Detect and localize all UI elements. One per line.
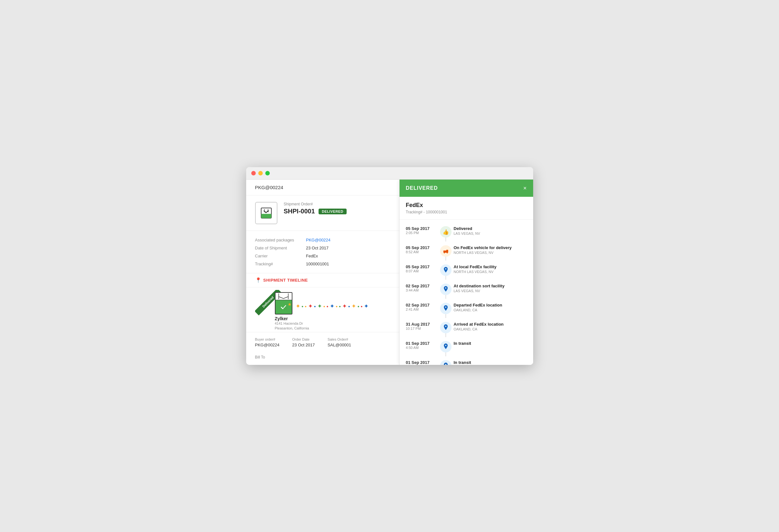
tl-content: Delivered LAS VEGAS, NV	[454, 226, 527, 235]
pkg-id: PKG@00224	[255, 185, 284, 190]
panel-carrier-info: FedEx Tracking# - 1000001001	[400, 197, 533, 220]
tl-content: In transit	[454, 360, 527, 365]
buyer-order-value: PKG@00224	[255, 343, 280, 347]
tl-time: 10:17 PM	[406, 327, 438, 331]
tl-event: At destination sort facility	[454, 284, 527, 288]
tl-location: LAS VEGAS, NV	[454, 232, 527, 235]
tl-time: 2:41 AM	[406, 307, 438, 311]
svg-point-6	[444, 253, 445, 253]
tl-location: OAKLAND, CA	[454, 308, 527, 312]
tl-icon	[440, 245, 452, 257]
tl-icon	[440, 303, 452, 314]
tl-event: Departed FedEx location	[454, 303, 527, 307]
field-value-packages[interactable]: PKG@00224	[306, 238, 331, 242]
tl-icon	[440, 284, 452, 295]
tl-icon-col	[438, 322, 454, 333]
tl-icon-col	[438, 245, 454, 257]
order-col-buyer: Buyer order# PKG@00224	[255, 338, 280, 347]
tl-content: On FedEx vehicle for delivery NORTH LAS …	[454, 245, 527, 254]
close-dot[interactable]	[251, 171, 256, 175]
tl-date-col: 05 Sep 2017 2:05 PM	[406, 226, 438, 235]
tl-time: 4:50 AM	[406, 346, 438, 350]
tl-event: In transit	[454, 341, 527, 346]
timeline-list: 05 Sep 2017 2:05 PM 👍 Delivered LAS VEGA…	[400, 220, 533, 365]
address-line1: 4141 Hacienda Dr	[275, 321, 309, 326]
tl-icon	[440, 341, 452, 352]
buyer-order-label: Buyer order#	[255, 338, 280, 341]
tl-time: 2:05 PM	[406, 231, 438, 235]
shipment-icon	[255, 202, 278, 224]
tl-line	[445, 295, 446, 299]
timeline-item: 31 Aug 2017 10:17 PM Arrived at FedEx lo…	[400, 318, 533, 337]
main-content: PKG@00224 Shipment Order# SHPI-	[246, 180, 533, 365]
address-line2: Pleasanton, California	[275, 326, 309, 331]
tl-date: 05 Sep 2017	[406, 245, 438, 250]
tl-content: At destination sort facility LAS VEGAS, …	[454, 284, 527, 293]
tl-line	[445, 276, 446, 280]
timeline-item: 01 Sep 2017 1:00 AM In transit	[400, 356, 533, 365]
timeline-item: 02 Sep 2017 2:41 AM Departed FedEx locat…	[400, 299, 533, 318]
field-label-carrier: Carrier	[255, 253, 306, 258]
tl-date-col: 01 Sep 2017 1:00 AM	[406, 360, 438, 365]
tl-date: 01 Sep 2017	[406, 360, 438, 365]
tl-content: Departed FedEx location OAKLAND, CA	[454, 303, 527, 312]
tl-date-col: 31 Aug 2017 10:17 PM	[406, 322, 438, 331]
tl-date: 31 Aug 2017	[406, 322, 438, 327]
tl-event: Delivered	[454, 226, 527, 231]
right-panel: DELIVERED × FedEx Tracking# - 1000001001…	[399, 180, 533, 365]
tl-icon: 👍	[440, 226, 452, 238]
tl-date: 02 Sep 2017	[406, 284, 438, 288]
dots-decoration: ✦ ● ● ✦ ● ✦ ● ● ✦ ● ● ✦ ● ✦ ● ● ✦	[296, 303, 369, 310]
svg-rect-5	[446, 250, 448, 253]
tl-icon-col	[438, 360, 454, 365]
tl-line	[445, 333, 446, 337]
timeline-link-text: SHIPMENT TIMELINE	[263, 278, 308, 283]
carrier-name: FedEx	[406, 202, 527, 209]
tl-date: 02 Sep 2017	[406, 303, 438, 307]
field-label-date: Date of Shipment	[255, 246, 306, 250]
minimize-dot[interactable]	[258, 171, 263, 175]
order-date-value: 23 Oct 2017	[292, 343, 315, 347]
tl-location: OAKLAND, CA	[454, 327, 527, 331]
pkg-top	[276, 293, 292, 300]
tl-line	[445, 238, 446, 241]
tl-icon	[440, 360, 452, 365]
timeline-item: 05 Sep 2017 2:05 PM 👍 Delivered LAS VEGA…	[400, 222, 533, 241]
tl-icon-col: 👍	[438, 226, 454, 238]
tl-date-col: 05 Sep 2017 8:52 AM	[406, 245, 438, 254]
tl-date-col: 02 Sep 2017 2:41 AM	[406, 303, 438, 311]
tl-event: At local FedEx facility	[454, 264, 527, 269]
tl-date: 01 Sep 2017	[406, 341, 438, 346]
tl-line	[445, 314, 446, 318]
tl-content: In transit	[454, 341, 527, 346]
field-value-date: 23 Oct 2017	[306, 246, 329, 250]
tl-icon	[440, 264, 452, 276]
titlebar	[246, 167, 533, 180]
field-value-tracking: 1000001001	[306, 261, 329, 266]
tl-event: Arrived at FedEx location	[454, 322, 527, 327]
carrier-tracking: Tracking# - 1000001001	[406, 210, 527, 214]
tl-event: In transit	[454, 360, 527, 365]
tl-date: 05 Sep 2017	[406, 226, 438, 231]
close-button[interactable]: ×	[523, 185, 527, 191]
timeline-item: 05 Sep 2017 8:52 AM On FedEx vehicle for…	[400, 241, 533, 260]
timeline-item: 02 Sep 2017 3:44 AM At destination sort …	[400, 280, 533, 299]
panel-title: DELIVERED	[406, 185, 438, 191]
star-decoration: ☆	[283, 305, 288, 312]
tl-icon-col	[438, 341, 454, 352]
address-section: Zylker 4141 Hacienda Dr Pleasanton, Cali…	[275, 316, 309, 332]
order-col-date: Order Date 23 Oct 2017	[292, 338, 315, 347]
tl-icon-col	[438, 303, 454, 314]
order-date-label: Order Date	[292, 338, 315, 341]
tl-content: Arrived at FedEx location OAKLAND, CA	[454, 322, 527, 331]
tl-line	[445, 352, 446, 356]
address-line3: U.S.A. - 94588	[275, 331, 309, 332]
pin-icon: 📍	[255, 277, 261, 283]
maximize-dot[interactable]	[265, 171, 270, 175]
tl-location: NORTH LAS VEGAS, NV	[454, 270, 527, 274]
tl-time: 8:07 AM	[406, 269, 438, 273]
tl-icon-col	[438, 284, 454, 295]
sales-order-value: SAL@00001	[327, 343, 351, 347]
tl-location: NORTH LAS VEGAS, NV	[454, 251, 527, 254]
field-value-carrier: FedEx	[306, 253, 318, 258]
